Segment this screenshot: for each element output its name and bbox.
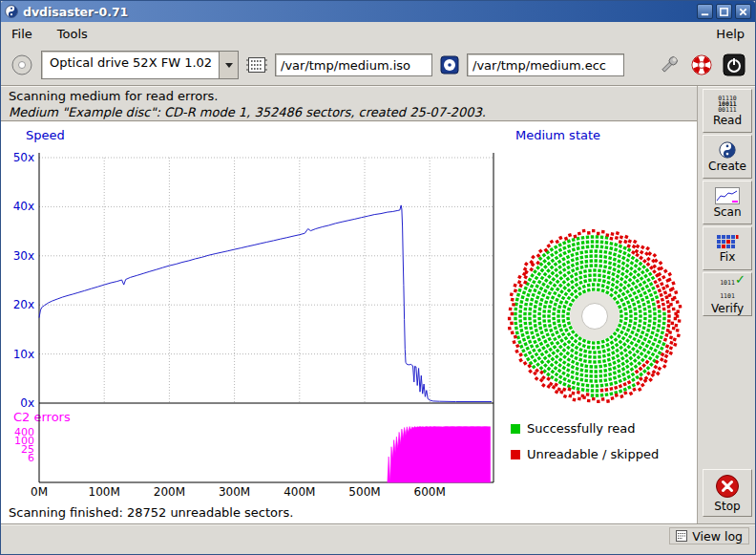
verify-button[interactable]: 1011 1101 ✓ Verify — [703, 272, 752, 316]
drive-eject-button[interactable] — [10, 53, 33, 76]
iso-path-input[interactable] — [275, 53, 432, 76]
menu-tools[interactable]: Tools — [54, 25, 91, 43]
svg-text:0x: 0x — [20, 396, 34, 410]
status-line-1: Scanning medium for read errors. — [9, 89, 218, 103]
svg-text:50x: 50x — [13, 151, 34, 164]
read-icon: 01110 10011 00111 — [718, 96, 737, 113]
svg-text:500M: 500M — [348, 485, 380, 499]
minimize-icon — [700, 7, 710, 17]
read-button-label: Read — [713, 114, 742, 127]
drive-select[interactable]: Optical drive 52X FW 1.02 — [41, 51, 239, 79]
stop-icon — [715, 474, 740, 499]
scan-button[interactable]: Scan — [703, 181, 752, 224]
menubar: File Tools Help — [1, 22, 755, 45]
svg-text:200M: 200M — [154, 485, 185, 499]
svg-text:0M: 0M — [31, 485, 48, 499]
fix-icon — [716, 234, 739, 249]
maximize-icon — [719, 7, 729, 17]
disc-drive-icon — [10, 53, 33, 76]
app-window: dvdisaster-0.71 File Tools Help Opt — [0, 0, 756, 555]
lifesaver-icon — [690, 53, 713, 76]
preferences-button[interactable] — [658, 53, 681, 76]
legend-swatch-read — [511, 424, 520, 434]
view-log-label: View log — [692, 529, 743, 544]
read-button[interactable]: 01110 10011 00111 Read — [703, 89, 752, 133]
svg-text:6: 6 — [28, 452, 34, 464]
svg-text:300M: 300M — [219, 485, 250, 499]
legend-label-unreadable: Unreadable / skipped — [527, 447, 659, 461]
scan-button-label: Scan — [713, 205, 741, 219]
close-icon — [738, 7, 748, 17]
toolbar-separator — [1, 85, 756, 87]
menu-help[interactable]: Help — [713, 25, 747, 43]
log-icon — [676, 530, 687, 542]
wrench-icon — [658, 53, 681, 76]
medium-state-disc — [504, 225, 685, 407]
verify-icon: 1011 1101 ✓ — [720, 274, 735, 301]
ecc-path-input[interactable] — [467, 53, 624, 76]
svg-text:10x: 10x — [13, 348, 34, 361]
ecc-file-icon — [440, 55, 459, 75]
create-button[interactable]: Create — [703, 135, 752, 179]
sidebar-separator — [697, 86, 698, 523]
stop-button[interactable]: Stop — [703, 469, 752, 517]
bottombar-separator — [1, 523, 756, 525]
legend-swatch-unreadable — [511, 450, 520, 459]
medium-state-legend: Successfully read Unreadable / skipped — [511, 421, 659, 473]
svg-text:20x: 20x — [13, 298, 34, 311]
help-button[interactable] — [690, 53, 713, 76]
window-title: dvdisaster-0.71 — [23, 5, 128, 19]
toolbar: Optical drive 52X FW 1.02 — [1, 45, 755, 85]
scan-icon — [715, 187, 740, 204]
power-icon — [723, 53, 746, 76]
create-button-label: Create — [708, 160, 746, 173]
svg-text:40x: 40x — [13, 200, 34, 213]
quit-button[interactable] — [723, 53, 746, 76]
fix-button[interactable]: Fix — [703, 226, 752, 270]
view-log-button[interactable]: View log — [669, 527, 749, 544]
svg-text:600M: 600M — [414, 485, 446, 499]
create-icon — [719, 141, 736, 159]
verify-button-label: Verify — [711, 302, 744, 315]
app-icon — [5, 5, 18, 18]
close-button[interactable] — [735, 4, 751, 19]
scan-result-text: Scanning finished: 28752 unreadable sect… — [9, 505, 293, 520]
stop-button-label: Stop — [714, 500, 740, 513]
drive-select-value: Optical drive 52X FW 1.02 — [42, 52, 219, 78]
maximize-button[interactable] — [716, 4, 732, 19]
chart-panel: Speed Medium state C2 errors 0x10x20x30x… — [1, 122, 697, 523]
fix-button-label: Fix — [720, 250, 735, 264]
menu-file[interactable]: File — [9, 25, 35, 43]
legend-label-read: Successfully read — [527, 421, 635, 436]
svg-text:100M: 100M — [89, 485, 120, 499]
status-line-2: Medium "Example disc": CD-R mode 1, 3524… — [9, 105, 486, 119]
iso-file-icon — [246, 56, 267, 74]
minimize-button[interactable] — [697, 4, 713, 19]
svg-text:400M: 400M — [284, 485, 315, 499]
drive-select-dropdown[interactable] — [219, 52, 238, 78]
titlebar[interactable]: dvdisaster-0.71 — [1, 1, 755, 22]
check-icon: ✓ — [735, 272, 746, 287]
legend-row-read: Successfully read — [511, 421, 659, 436]
svg-text:30x: 30x — [13, 249, 34, 263]
legend-row-unreadable: Unreadable / skipped — [511, 447, 659, 461]
chevron-down-icon — [225, 63, 233, 68]
